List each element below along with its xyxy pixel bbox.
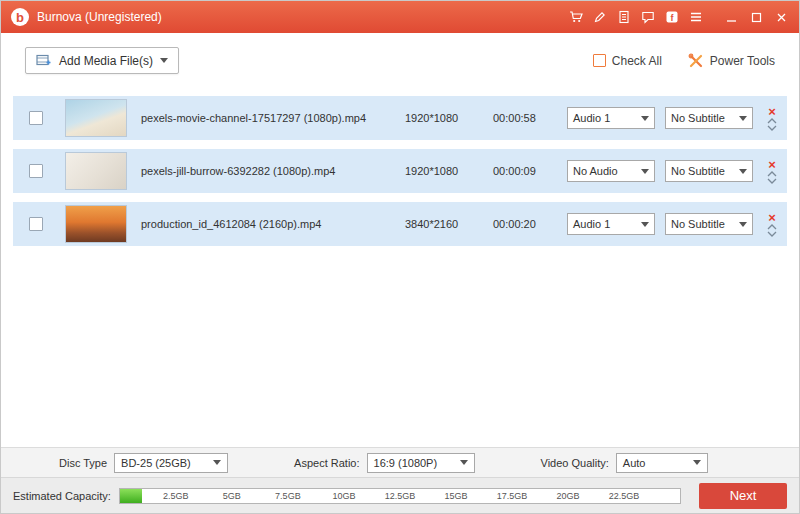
chevron-down-icon — [739, 116, 747, 121]
row-controls: × — [763, 159, 781, 184]
aspect-ratio-group: Aspect Ratio: 16:9 (1080P) — [294, 453, 474, 473]
window-title: Burnova (Unregistered) — [37, 10, 162, 24]
subtitle-value: No Subtitle — [671, 165, 725, 177]
register-icon[interactable] — [592, 10, 607, 25]
video-quality-group: Video Quality: Auto — [541, 453, 708, 473]
video-duration: 00:00:09 — [493, 165, 567, 177]
titlebar-icons: f — [568, 10, 789, 25]
delete-row-button[interactable]: × — [768, 106, 776, 117]
video-resolution: 1920*1080 — [405, 112, 493, 124]
add-media-icon — [36, 53, 52, 68]
audio-track-value: No Audio — [573, 165, 618, 177]
media-list: pexels-movie-channel-17517297 (1080p).mp… — [1, 88, 799, 447]
app-window: b Burnova (Unregistered) f — [0, 0, 800, 514]
move-down-button[interactable] — [767, 125, 777, 131]
power-tools-icon — [688, 53, 704, 69]
video-thumbnail — [65, 99, 127, 137]
delete-row-button[interactable]: × — [768, 159, 776, 170]
row-checkbox[interactable] — [29, 217, 43, 231]
aspect-ratio-value: 16:9 (1080P) — [374, 457, 438, 469]
disc-type-label: Disc Type — [59, 457, 107, 469]
delete-row-button[interactable]: × — [768, 212, 776, 223]
titlebar: b Burnova (Unregistered) f — [1, 1, 799, 33]
capacity-scale-label: 7.5GB — [275, 489, 301, 503]
add-media-caret-icon — [160, 58, 168, 63]
next-button[interactable]: Next — [699, 483, 787, 509]
video-thumbnail — [65, 152, 127, 190]
capacity-scale-label: 17.5GB — [497, 489, 528, 503]
disc-type-dropdown[interactable]: BD-25 (25GB) — [114, 453, 228, 473]
row-checkbox[interactable] — [29, 111, 43, 125]
video-resolution: 1920*1080 — [405, 165, 493, 177]
power-tools-button[interactable]: Power Tools — [688, 53, 775, 69]
toolbar-right: Check All Power Tools — [593, 53, 775, 69]
chevron-down-icon — [460, 460, 468, 465]
check-all-control[interactable]: Check All — [593, 54, 662, 68]
chevron-down-icon — [641, 222, 649, 227]
move-down-button[interactable] — [767, 231, 777, 237]
subtitle-value: No Subtitle — [671, 218, 725, 230]
menu-icon[interactable] — [688, 10, 703, 25]
chevron-down-icon — [213, 460, 221, 465]
app-logo-icon: b — [11, 8, 29, 26]
close-icon[interactable] — [774, 10, 789, 25]
footer-bar: Estimated Capacity: 2.5GB 5GB 7.5GB 10GB… — [1, 477, 799, 513]
subtitle-dropdown[interactable]: No Subtitle — [665, 213, 753, 235]
subtitle-dropdown[interactable]: No Subtitle — [665, 160, 753, 182]
aspect-ratio-label: Aspect Ratio: — [294, 457, 359, 469]
capacity-scale-label: 15GB — [444, 489, 467, 503]
toolbar: Add Media File(s) Check All Power Tools — [1, 33, 799, 88]
capacity-bar: 2.5GB 5GB 7.5GB 10GB 12.5GB 15GB 17.5GB … — [119, 488, 681, 504]
video-thumbnail — [65, 205, 127, 243]
subtitle-dropdown[interactable]: No Subtitle — [665, 107, 753, 129]
video-quality-dropdown[interactable]: Auto — [616, 453, 708, 473]
video-quality-label: Video Quality: — [541, 457, 609, 469]
audio-track-dropdown[interactable]: No Audio — [567, 160, 655, 182]
document-icon[interactable] — [616, 10, 631, 25]
row-controls: × — [763, 106, 781, 131]
media-row-1[interactable]: pexels-movie-channel-17517297 (1080p).mp… — [13, 96, 787, 140]
video-duration: 00:00:58 — [493, 112, 567, 124]
chevron-down-icon — [641, 116, 649, 121]
row-checkbox[interactable] — [29, 164, 43, 178]
move-up-button[interactable] — [767, 224, 777, 230]
capacity-scale-label: 10GB — [332, 489, 355, 503]
chevron-down-icon — [739, 169, 747, 174]
move-up-button[interactable] — [767, 171, 777, 177]
settings-bar: Disc Type BD-25 (25GB) Aspect Ratio: 16:… — [1, 447, 799, 477]
audio-track-value: Audio 1 — [573, 112, 610, 124]
add-media-button[interactable]: Add Media File(s) — [25, 47, 179, 74]
estimated-capacity-label: Estimated Capacity: — [13, 490, 111, 502]
feedback-icon[interactable] — [640, 10, 655, 25]
video-resolution: 3840*2160 — [405, 218, 493, 230]
move-up-button[interactable] — [767, 118, 777, 124]
video-duration: 00:00:20 — [493, 218, 567, 230]
audio-track-value: Audio 1 — [573, 218, 610, 230]
check-all-label: Check All — [612, 54, 662, 68]
video-filename: pexels-jill-burrow-6392282 (1080p).mp4 — [141, 165, 405, 177]
minimize-icon[interactable] — [724, 10, 739, 25]
capacity-fill — [120, 489, 142, 503]
media-row-3[interactable]: production_id_4612084 (2160p).mp4 3840*2… — [13, 202, 787, 246]
maximize-icon[interactable] — [749, 10, 764, 25]
facebook-icon[interactable]: f — [664, 10, 679, 25]
capacity-scale-label: 5GB — [223, 489, 241, 503]
move-down-button[interactable] — [767, 178, 777, 184]
cart-icon[interactable] — [568, 10, 583, 25]
chevron-down-icon — [739, 222, 747, 227]
capacity-scale-label: 2.5GB — [163, 489, 189, 503]
check-all-checkbox[interactable] — [593, 54, 606, 67]
audio-track-dropdown[interactable]: Audio 1 — [567, 107, 655, 129]
media-row-2[interactable]: pexels-jill-burrow-6392282 (1080p).mp4 1… — [13, 149, 787, 193]
disc-type-value: BD-25 (25GB) — [121, 457, 191, 469]
capacity-scale-label: 22.5GB — [609, 489, 640, 503]
row-controls: × — [763, 212, 781, 237]
video-filename: pexels-movie-channel-17517297 (1080p).mp… — [141, 112, 405, 124]
add-media-label: Add Media File(s) — [59, 54, 153, 68]
chevron-down-icon — [641, 169, 649, 174]
chevron-down-icon — [693, 460, 701, 465]
subtitle-value: No Subtitle — [671, 112, 725, 124]
video-filename: production_id_4612084 (2160p).mp4 — [141, 218, 405, 230]
aspect-ratio-dropdown[interactable]: 16:9 (1080P) — [367, 453, 475, 473]
audio-track-dropdown[interactable]: Audio 1 — [567, 213, 655, 235]
